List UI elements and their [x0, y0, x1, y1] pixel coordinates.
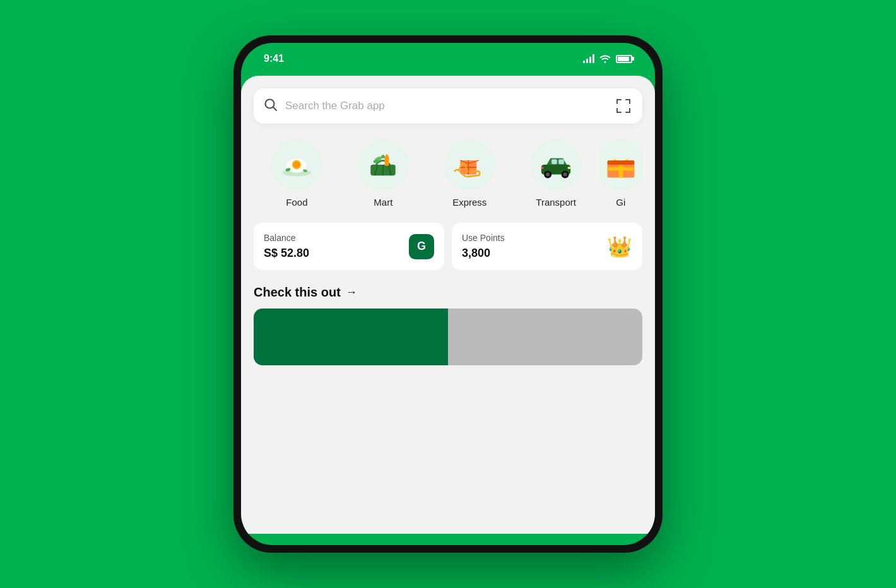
svg-rect-21: [386, 155, 388, 157]
points-label: Use Points: [462, 233, 505, 243]
svg-rect-7: [616, 108, 618, 113]
food-icon-bg: [271, 139, 322, 191]
check-arrow: →: [346, 286, 357, 299]
phone-screen: 9:41: [241, 43, 655, 545]
svg-rect-40: [607, 160, 634, 165]
gift-label: Gi: [616, 197, 625, 208]
service-transport[interactable]: Transport: [513, 139, 599, 208]
mart-icon-bg: [357, 139, 409, 191]
svg-rect-5: [629, 99, 630, 104]
grab-wallet-icon: G: [409, 234, 434, 259]
battery-icon: [616, 55, 632, 63]
transport-label: Transport: [536, 197, 576, 208]
points-value: 3,800: [462, 247, 505, 260]
balance-card[interactable]: Balance S$ 52.80 G: [254, 223, 444, 270]
status-bar: 9:41: [241, 43, 655, 69]
banner-right: [448, 309, 642, 365]
check-title: Check this out: [254, 285, 341, 300]
content-area: Search the Grab app: [241, 76, 655, 534]
signal-icon: [583, 54, 594, 63]
express-icon-bg: [444, 139, 495, 191]
phone-frame: 9:41: [233, 35, 663, 553]
svg-line-1: [273, 107, 276, 110]
check-this-out-header[interactable]: Check this out →: [254, 285, 642, 300]
service-food[interactable]: Food: [254, 139, 340, 208]
search-input-area[interactable]: Search the Grab app: [264, 98, 615, 114]
svg-point-33: [563, 172, 567, 176]
transport-icon-bg: [530, 139, 582, 191]
search-placeholder-text: Search the Grab app: [285, 100, 385, 112]
mart-label: Mart: [374, 197, 392, 208]
service-gift[interactable]: Gi: [599, 139, 642, 208]
service-express[interactable]: Express: [427, 139, 513, 208]
balance-label: Balance: [264, 233, 309, 243]
svg-point-13: [293, 161, 300, 168]
svg-rect-9: [629, 108, 630, 113]
service-mart[interactable]: Mart: [340, 139, 427, 208]
balance-value: S$ 52.80: [264, 247, 309, 260]
banner-left: [254, 309, 448, 365]
svg-rect-20: [385, 156, 389, 165]
search-bar[interactable]: Search the Grab app: [254, 88, 642, 124]
wifi-icon: [599, 54, 611, 63]
svg-rect-3: [616, 99, 618, 104]
svg-rect-34: [568, 167, 570, 168]
balance-row: Balance S$ 52.80 G Use Points 3,800 👑: [254, 223, 642, 270]
express-label: Express: [452, 197, 486, 208]
crown-icon: 👑: [607, 235, 632, 259]
svg-point-31: [546, 172, 550, 176]
gift-icon-bg: [599, 139, 642, 191]
food-label: Food: [286, 197, 307, 208]
services-row: Food: [254, 139, 642, 208]
banner-strip[interactable]: [254, 309, 642, 365]
status-icons: [583, 54, 632, 63]
svg-rect-29: [558, 159, 564, 164]
status-time: 9:41: [264, 53, 284, 64]
points-card[interactable]: Use Points 3,800 👑: [452, 223, 642, 270]
search-icon: [264, 98, 278, 114]
svg-rect-28: [551, 159, 557, 164]
scan-icon[interactable]: [615, 97, 632, 115]
svg-rect-35: [541, 167, 543, 168]
